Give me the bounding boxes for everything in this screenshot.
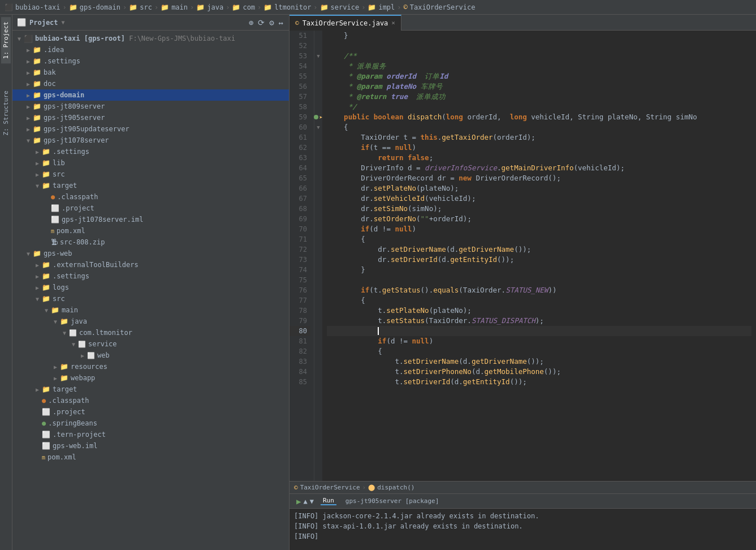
breadcrumb-gps-domain[interactable]: gps-domain [80,3,120,11]
tree-arrow-webapp[interactable]: ▶ [51,375,60,381]
tree-item-logs[interactable]: ▶ 📁 logs [12,282,289,293]
tree-arrow-gps-jt809server[interactable]: ▶ [24,104,33,110]
tree-item-bak[interactable]: ▶ 📁 bak [12,67,289,78]
bottom-tab-run[interactable]: Run [321,497,336,505]
tree-item-web-classpath[interactable]: ▶ ● .classpath [12,395,289,406]
tree-item-root[interactable]: ▼ ⬛ bubiao-taxi [gps-root] F:\New-Gps-JM… [12,33,289,44]
tree-item-lib[interactable]: ▶ 📁 lib [12,157,289,169]
tree-arrow-root[interactable]: ▼ [15,36,24,42]
run-play-button[interactable]: ▶ [296,497,301,506]
tree-item-webapp[interactable]: ▶ 📁 webapp [12,372,289,384]
tree-item-idea[interactable]: ▶ 📁 .idea [12,44,289,55]
breadcrumb-service[interactable]: service [331,3,360,11]
vertical-tab-project[interactable]: 1: Project [1,17,11,63]
tree-arrow-gps-jt905updateserver[interactable]: ▶ [24,126,33,132]
tree-label-iml1: gps-jt1078server.iml [62,216,289,224]
tree-arrow-external-tool[interactable]: ▶ [33,262,42,268]
tree-item-classpath1[interactable]: ▶ ● .classpath [12,191,289,203]
tree-item-web-target[interactable]: ▶ 📁 target [12,384,289,395]
tree-label-web-src: src [53,295,289,303]
scroll-down-button[interactable]: ▼ [310,497,314,505]
tree-arrow-settings-root[interactable]: ▶ [24,58,33,65]
breadcrumb-com[interactable]: com [243,3,255,11]
tree-arrow-jt1078-src[interactable]: ▶ [33,171,42,178]
tab-close-button[interactable]: × [391,19,395,27]
tree-arrow-logs[interactable]: ▶ [33,285,42,291]
tree-arrow-jt1078-target[interactable]: ▼ [33,183,42,189]
tree-arrow-service-pkg[interactable]: ▼ [69,341,78,347]
code-line-52 [327,41,751,51]
vertical-tab-structure[interactable]: Z: Structure [1,86,11,140]
tree-arrow-gps-jt905server[interactable]: ▶ [24,115,33,121]
breadcrumb-impl[interactable]: impl [378,3,395,11]
tree-arrow-bak[interactable]: ▶ [24,70,33,76]
tree-item-web-settings[interactable]: ▶ 📁 .settings [12,270,289,282]
tree-item-pom1[interactable]: ▶ m pom.xml [12,225,289,237]
breadcrumb-src[interactable]: src [140,3,152,11]
tree-arrow-web-src[interactable]: ▼ [33,296,42,302]
breadcrumb-main[interactable]: main [171,3,188,11]
breadcrumb-bubiao-taxi[interactable]: bubiao-taxi [15,3,60,11]
tree-item-web-src[interactable]: ▼ 📁 src [12,293,289,304]
tree-arrow-doc[interactable]: ▶ [24,81,33,87]
tree-arrow-idea[interactable]: ▶ [24,47,33,53]
breadcrumb-java[interactable]: java [207,3,223,11]
tree-item-web-pkg[interactable]: ▶ ⬜ web [12,350,289,361]
bottom-breadcrumb-method[interactable]: dispatch() [377,484,414,491]
tree-item-gps-jt905server[interactable]: ▶ 📁 gps-jt905server [12,112,289,123]
package-icon-com-ltmonitor: ⬜ [69,329,77,337]
editor-tab-taxiorderservice[interactable]: © TaxiOrderService.java × [290,15,401,31]
tree-item-settings-root[interactable]: ▶ 📁 .settings [12,55,289,67]
code-content[interactable]: } /** * 派单服务 * @param orderId 订单Id * @pa… [322,31,756,481]
scroll-up-button[interactable]: ▲ [303,497,307,505]
tree-item-web-main[interactable]: ▼ 📁 main [12,304,289,316]
tree-item-web-project[interactable]: ▶ ⬜ .project [12,406,289,418]
tree-arrow-gps-web[interactable]: ▼ [24,251,33,257]
tern-icon: ⬜ [42,431,50,439]
tree-arrow-lib[interactable]: ▶ [33,160,42,166]
tree-item-jt1078-src[interactable]: ▶ 📁 src [12,169,289,180]
tree-arrow-web-settings[interactable]: ▶ [33,273,42,280]
tree-arrow-gps-domain[interactable]: ▶ [24,92,33,98]
tree-item-jt1078-settings[interactable]: ▶ 📁 .settings [12,146,289,157]
tree-item-service-pkg[interactable]: ▼ ⬜ service [12,338,289,350]
line-num-78: 78 [290,306,310,316]
tree-item-iml1[interactable]: ▶ ⬜ gps-jt1078server.iml [12,214,289,225]
breadcrumb-ltmonitor[interactable]: ltmonitor [274,3,311,11]
tree-item-gps-jt1078server[interactable]: ▼ 📁 gps-jt1078server [12,135,289,146]
tree-item-com-ltmonitor[interactable]: ▼ ⬜ com.ltmonitor [12,327,289,338]
panel-dropdown-arrow[interactable]: ▼ [62,19,65,25]
tree-item-jt1078-target[interactable]: ▼ 📁 target [12,180,289,191]
tree-item-project1[interactable]: ▶ ⬜ .project [12,203,289,214]
tree-item-web-pom[interactable]: ▶ m pom.xml [12,452,289,463]
tree-item-zip1[interactable]: ▶ 🗜 src-808.zip [12,237,289,248]
tree-item-spring-beans[interactable]: ▶ ● .springBeans [12,418,289,429]
tree-item-doc[interactable]: ▶ 📁 doc [12,78,289,89]
tree-item-gps-jt905updateserver[interactable]: ▶ 📁 gps-jt905updateserver [12,123,289,135]
panel-action-settings[interactable]: ⚙ [268,18,275,27]
bottom-breadcrumb-class[interactable]: TaxiOrderService [300,484,360,491]
tree-item-web-iml[interactable]: ▶ ⬜ gps-web.iml [12,440,289,452]
breadcrumb-class[interactable]: TaxiOrderService [410,3,476,11]
tree-arrow-web-target[interactable]: ▶ [33,386,42,393]
panel-action-add[interactable]: ⊕ [248,18,254,27]
tree-item-resources[interactable]: ▶ 📁 resources [12,361,289,372]
tree-item-gps-jt809server[interactable]: ▶ 📁 gps-jt809server [12,101,289,112]
breadcrumb-service-icon: 📁 [320,3,329,11]
panel-action-sync[interactable]: ⟳ [257,18,266,27]
tree-label-project1: .project [62,204,289,212]
tree-arrow-com-ltmonitor[interactable]: ▼ [60,330,69,336]
tree-item-web-java[interactable]: ▼ 📁 java [12,316,289,327]
tree-arrow-web-java[interactable]: ▼ [51,319,60,325]
tree-arrow-gps-jt1078server[interactable]: ▼ [24,138,33,144]
tree-arrow-web-main[interactable]: ▼ [42,307,51,313]
tree-arrow-web-pkg[interactable]: ▶ [78,353,87,359]
tree-item-gps-web[interactable]: ▼ 📁 gps-web [12,248,289,259]
panel-action-expand[interactable]: ↔ [278,18,284,27]
tree-item-tern[interactable]: ▶ ⬜ .tern-project [12,429,289,440]
gutter: ▼ ➤ ▼ [314,31,322,481]
tree-item-external-tool[interactable]: ▶ 📁 .externalToolBuilders [12,259,289,270]
tree-item-gps-domain[interactable]: ▶ 📁 gps-domain [12,89,289,101]
tree-arrow-resources[interactable]: ▶ [51,364,60,370]
tree-arrow-jt1078-settings[interactable]: ▶ [33,149,42,155]
